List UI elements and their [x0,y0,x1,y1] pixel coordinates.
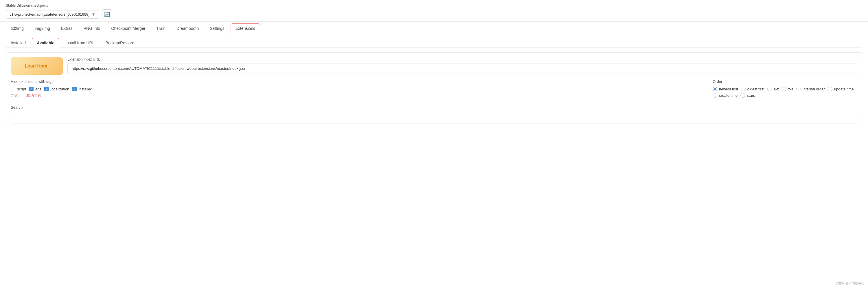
tab-dreambooth[interactable]: Dreambooth [172,24,204,33]
sub-tab-install-from-url[interactable]: Install from URL [60,38,99,48]
order-newest-first-radio[interactable] [713,87,717,91]
tag-installed-checkbox[interactable] [72,87,77,91]
order-label: Order [713,79,857,84]
search-label: Search [11,105,857,110]
order-row-2: create time stars [713,93,857,98]
sub-tab-installed[interactable]: Installed [6,38,31,48]
tag-localization-checkbox[interactable] [44,87,49,91]
tab-png-info[interactable]: PNG Info [79,24,105,33]
tag-ads[interactable]: ads [29,87,41,91]
refresh-icon: 🔄 [104,11,110,17]
checkpoint-select[interactable]: v1-5-pruned-emaonly.safetensors [6ce0161… [6,10,99,19]
extensions-panel: Load from: Extension index URL Hide exte… [6,53,862,128]
order-stars[interactable]: stars [740,93,755,98]
order-create-time[interactable]: create time [713,93,738,98]
tag-script[interactable]: script [11,87,26,91]
sub-tab-backup-restore[interactable]: Backup/Restore [100,38,139,48]
checkpoint-value: v1-5-pruned-emaonly.safetensors [6ce0161… [9,12,89,17]
sub-tab-available[interactable]: Available [32,38,59,48]
order-create-time-radio[interactable] [713,93,717,98]
search-section: Search [11,105,857,123]
order-internal-order[interactable]: internal order [796,87,825,91]
tags-annotations: 勾选 取消勾选 [11,92,701,98]
tag-ads-checkbox[interactable] [29,87,34,91]
order-a-z-radio[interactable] [767,87,772,91]
tag-ads-label: ads [35,87,41,91]
order-create-time-label: create time [719,93,738,98]
order-stars-radio[interactable] [740,93,745,98]
order-section: Order newest first oldest first a-z [713,79,857,99]
refresh-button[interactable]: 🔄 [102,9,112,19]
tag-installed-label: installed [79,87,92,91]
order-row-1: newest first oldest first a-z z-a [713,87,857,91]
extension-index-label: Extension index URL [67,57,857,61]
main-tabs: txt2img img2img Extras PNG Info Checkpoi… [0,22,868,33]
top-bar: Stable Diffusion checkpoint v1-5-pruned-… [0,0,868,22]
checkpoint-label: Stable Diffusion checkpoint [6,3,862,7]
order-internal-order-label: internal order [803,87,825,91]
order-update-time[interactable]: update time [828,87,854,91]
tab-checkpoint-merger[interactable]: Checkpoint Merger [106,24,150,33]
tab-txt2img[interactable]: txt2img [6,24,29,33]
hide-tags-label: Hide extensions with tags [11,79,701,84]
load-from-button[interactable]: Load from: [11,57,63,75]
order-z-a-radio[interactable] [782,87,786,91]
sub-tabs: Installed Available Install from URL Bac… [6,38,862,48]
content-area: Installed Available Install from URL Bac… [0,33,868,133]
order-internal-order-radio[interactable] [796,87,801,91]
annotation-uncheck: 取消勾选 [26,93,41,98]
filters-row: Hide extensions with tags script ads loc… [11,79,857,99]
checkpoint-row: v1-5-pruned-emaonly.safetensors [6ce0161… [6,9,862,19]
tag-installed[interactable]: installed [72,87,92,91]
tag-script-label: script [17,87,26,91]
annotation-check: 勾选 [11,93,18,98]
order-z-a-label: z-a [788,87,793,91]
order-stars-label: stars [747,93,755,98]
order-oldest-first-label: oldest first [747,87,765,91]
load-from-row: Load from: Extension index URL [11,57,857,75]
order-oldest-first[interactable]: oldest first [741,87,765,91]
order-a-z-label: a-z [774,87,779,91]
search-input[interactable] [11,112,857,123]
extension-index-input[interactable] [67,63,857,74]
order-z-a[interactable]: z-a [782,87,793,91]
order-newest-first[interactable]: newest first [713,87,738,91]
tag-script-checkbox[interactable] [11,87,16,91]
order-oldest-first-radio[interactable] [741,87,746,91]
tab-settings[interactable]: Settings [205,24,229,33]
url-section: Extension index URL [67,57,857,74]
tags-row: script ads localization installed [11,87,701,91]
order-update-time-label: update time [834,87,854,91]
chevron-down-icon: ▼ [92,12,95,17]
hide-tags-section: Hide extensions with tags script ads loc… [11,79,701,98]
tab-extras[interactable]: Extras [56,24,78,33]
tag-localization-label: localization [51,87,69,91]
order-update-time-radio[interactable] [828,87,832,91]
tab-extensions[interactable]: Extensions [230,24,260,33]
tag-localization[interactable]: localization [44,87,69,91]
order-a-z[interactable]: a-z [767,87,779,91]
tab-train[interactable]: Train [152,24,170,33]
tab-img2img[interactable]: img2img [30,24,55,33]
order-newest-first-label: newest first [719,87,738,91]
